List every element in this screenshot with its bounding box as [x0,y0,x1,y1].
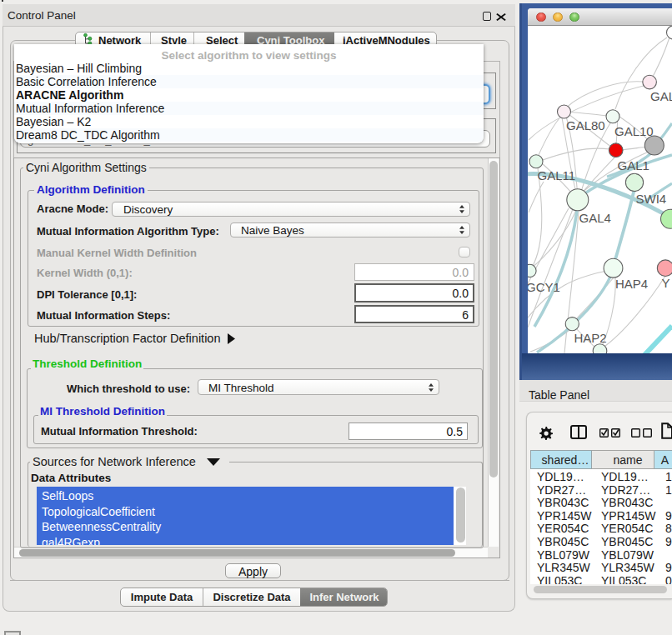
svg-text:HAP4: HAP4 [615,277,648,291]
svg-text:GCY1: GCY1 [528,280,560,294]
svg-text:GAL80: GAL80 [566,118,605,132]
svg-text:HAP2: HAP2 [574,331,607,345]
svg-text:SWI4: SWI4 [636,192,667,206]
svg-text:GAL11: GAL11 [538,168,576,182]
svg-text:GAL1: GAL1 [618,158,649,172]
svg-text:GAL: GAL [650,89,672,103]
svg-text:Y: Y [662,276,670,290]
svg-text:GAL10: GAL10 [614,124,654,138]
svg-text:GAL4: GAL4 [579,211,611,225]
